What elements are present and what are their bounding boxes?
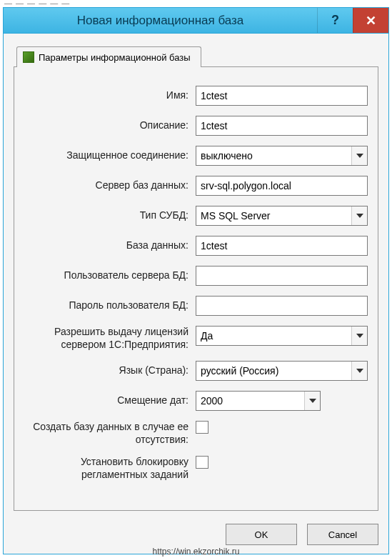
window-title: Новая информационная база [4, 14, 317, 28]
footer-url: https://win.ekzorchik.ru [0, 547, 392, 557]
select-db-type[interactable]: MS SQL Server [196, 206, 368, 226]
select-license-value: Да [201, 330, 213, 342]
chevron-down-icon [351, 206, 367, 225]
cancel-button[interactable]: Cancel [307, 524, 378, 545]
close-button[interactable]: ✕ [353, 8, 388, 33]
label-block-jobs: Установить блокировку регламентных задан… [24, 456, 196, 481]
database-icon [23, 51, 34, 63]
tab-label: Параметры информационной базы [39, 52, 191, 63]
label-database: База данных: [24, 239, 196, 252]
tab-strip: Параметры информационной базы [16, 46, 378, 66]
select-language-value: русский (Россия) [201, 365, 278, 377]
label-date-offset: Смещение дат: [24, 394, 196, 407]
checkbox-create-db[interactable] [196, 421, 208, 434]
select-secure-value: выключено [201, 150, 253, 161]
help-button[interactable]: ? [317, 8, 353, 33]
label-language: Язык (Страна): [24, 364, 196, 377]
chevron-down-icon [351, 327, 367, 345]
dialog-window: Новая информационная база ? ✕ Параметры … [3, 7, 389, 554]
select-date-offset-value: 2000 [201, 395, 223, 407]
select-db-type-value: MS SQL Server [201, 210, 271, 221]
ok-button[interactable]: OK [226, 524, 297, 545]
chevron-down-icon [304, 392, 320, 410]
input-db-password[interactable] [196, 296, 368, 316]
input-name[interactable] [196, 86, 368, 106]
chevron-down-icon [351, 146, 367, 165]
chevron-down-icon [351, 362, 367, 380]
select-date-offset[interactable]: 2000 [196, 391, 321, 411]
help-icon: ? [331, 13, 339, 28]
titlebar: Новая информационная база ? ✕ [4, 8, 388, 34]
input-db-server[interactable] [196, 176, 368, 196]
select-secure-connection[interactable]: выключено [196, 146, 368, 166]
parent-window-fragment: — — — — — — [4, 0, 70, 7]
label-name: Имя: [24, 89, 196, 102]
label-license: Разрешить выдачу лицензий сервером 1С:Пр… [24, 326, 196, 351]
tab-params[interactable]: Параметры информационной базы [16, 46, 201, 67]
input-database[interactable] [196, 236, 368, 256]
select-language[interactable]: русский (Россия) [196, 361, 368, 381]
select-license[interactable]: Да [196, 326, 368, 346]
label-secure-connection: Защищенное соединение: [24, 149, 196, 162]
input-description[interactable] [196, 116, 368, 136]
tab-body: Имя: Описание: Защищенное соединение: вы… [14, 66, 378, 511]
label-db-type: Тип СУБД: [24, 209, 196, 222]
client-area: Параметры информационной базы Имя: Описа… [4, 34, 388, 518]
label-create-db: Создать базу данных в случае ее отсутств… [24, 421, 196, 446]
close-icon: ✕ [366, 13, 376, 29]
label-description: Описание: [24, 119, 196, 132]
label-db-server: Сервер баз данных: [24, 179, 196, 192]
checkbox-block-jobs[interactable] [196, 456, 208, 469]
label-db-password: Пароль пользователя БД: [24, 299, 196, 312]
label-db-user: Пользователь сервера БД: [24, 269, 196, 282]
input-db-user[interactable] [196, 266, 368, 286]
